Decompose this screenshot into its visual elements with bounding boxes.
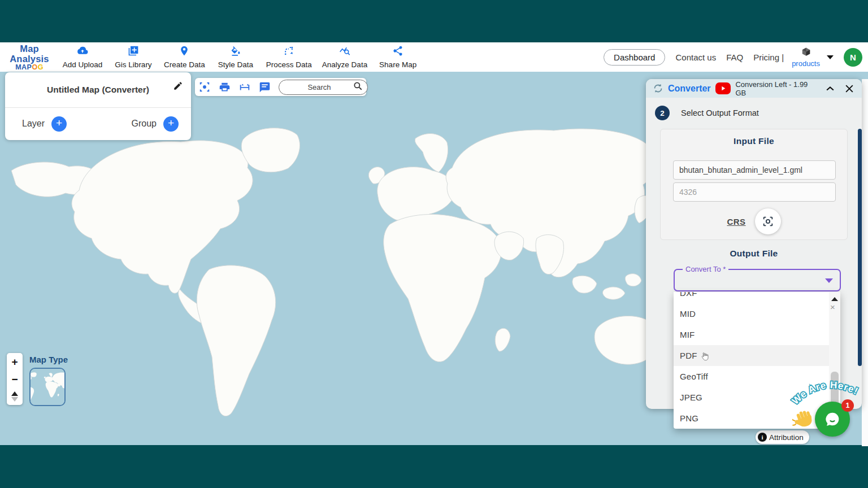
top-navbar: Map Analysis MAPOG Add Upload Gis Librar…: [0, 42, 868, 72]
input-file-card: Input File CRS: [660, 129, 848, 240]
crs-link[interactable]: CRS: [727, 217, 745, 226]
edit-title-button[interactable]: [173, 81, 183, 93]
products-label: products: [792, 59, 820, 68]
nav-item-label: Create Data: [164, 60, 205, 69]
faq-link[interactable]: FAQ: [726, 53, 743, 62]
chart-search-icon: [339, 45, 350, 59]
conversion-left-text: Conversion Left - 1.99 GB: [735, 80, 814, 97]
nav-item-label: Analyze Data: [322, 60, 367, 69]
panel-scrollbar-thumb[interactable]: [858, 129, 862, 366]
search-icon[interactable]: [353, 81, 363, 93]
zoom-controls: + −: [7, 353, 23, 405]
map-title-row: Untitled Map (Converter): [5, 72, 191, 108]
comment-icon[interactable]: [259, 80, 271, 94]
brand-title: Map Analysis: [0, 43, 59, 64]
layer-group-row: Layer + Group +: [5, 108, 191, 140]
map-type-label: Map Type: [29, 355, 68, 364]
map-search[interactable]: [279, 80, 368, 95]
option-mid[interactable]: MID: [674, 303, 829, 324]
map-toolbar: [195, 78, 366, 96]
input-crs-field[interactable]: [673, 182, 836, 202]
measure-icon[interactable]: [238, 80, 251, 94]
nav-item-style-data[interactable]: Style Data: [215, 45, 256, 69]
step-row: 2 Select Output Format: [646, 98, 862, 120]
add-layer-button[interactable]: +: [51, 116, 67, 132]
brand-subtitle: MAPOG: [0, 64, 59, 72]
user-avatar[interactable]: N: [844, 48, 862, 67]
zoom-in-button[interactable]: +: [11, 356, 18, 367]
share-icon: [392, 45, 403, 59]
panel-right-gutter: [862, 79, 868, 446]
nav-item-add-upload[interactable]: Add Upload: [62, 45, 103, 69]
map-type-thumbnail[interactable]: [29, 368, 66, 406]
layers-panel: Untitled Map (Converter) Layer + Group +: [5, 72, 191, 140]
chat-unread-badge[interactable]: 1: [841, 399, 854, 412]
attribution-button[interactable]: i Attribution: [756, 430, 809, 444]
center-focus-icon[interactable]: [198, 80, 211, 94]
cube-icon: [801, 47, 811, 60]
option-geotiff[interactable]: GeoTiff: [674, 366, 829, 387]
crs-picker-button[interactable]: [755, 208, 781, 234]
nav-item-label: Add Upload: [63, 60, 103, 69]
crs-row: CRS: [661, 208, 847, 234]
brand-logo[interactable]: Map Analysis MAPOG: [0, 42, 59, 72]
convert-to-select[interactable]: Convert To *: [674, 269, 841, 291]
products-menu[interactable]: products: [792, 47, 820, 68]
pricing-link[interactable]: Pricing |: [753, 53, 784, 62]
converter-title: Converter: [668, 84, 711, 94]
library-add-icon: [128, 45, 139, 59]
chevron-down-icon[interactable]: [827, 55, 834, 59]
tilt-control[interactable]: [11, 391, 18, 402]
step-number-badge: 2: [655, 106, 670, 120]
input-file-title: Input File: [661, 136, 847, 146]
search-input[interactable]: [286, 83, 353, 91]
map-pin-icon: [179, 45, 190, 59]
paint-drop-icon: [230, 45, 241, 59]
nav-item-label: Gis Library: [115, 60, 151, 69]
step-label: Select Output Format: [681, 108, 759, 117]
nav-item-label: Share Map: [379, 60, 416, 69]
nav-item-create-data[interactable]: Create Data: [164, 45, 205, 69]
info-icon: i: [758, 433, 767, 442]
nav-item-label: Process Data: [266, 60, 312, 69]
nav-item-label: Style Data: [218, 60, 253, 69]
add-group-button[interactable]: +: [163, 116, 179, 132]
converter-header: Converter Conversion Left - 1.99 GB: [646, 79, 862, 98]
collapse-panel-icon[interactable]: [824, 83, 836, 94]
main-menu: Add Upload Gis Library Create Data Style…: [62, 45, 418, 69]
attribution-label: Attribution: [769, 433, 804, 442]
input-filename-field[interactable]: [673, 160, 836, 180]
select-dropdown-arrow-icon: [825, 278, 833, 283]
option-jpeg[interactable]: JPEG: [674, 387, 829, 408]
youtube-icon[interactable]: [715, 82, 731, 94]
option-dxf[interactable]: DXF: [674, 292, 829, 303]
scroll-up-icon[interactable]: [831, 297, 838, 301]
nav-item-process-data[interactable]: Process Data: [266, 45, 312, 69]
clear-icon[interactable]: ×: [830, 302, 835, 312]
nav-item-analyze-data[interactable]: Analyze Data: [322, 45, 367, 69]
nav-item-share-map[interactable]: Share Map: [377, 45, 418, 69]
dashboard-button[interactable]: Dashboard: [604, 49, 665, 66]
option-mif[interactable]: MIF: [674, 324, 829, 345]
cloud-upload-icon: [77, 45, 88, 59]
group-label: Group: [132, 119, 157, 129]
sync-icon: [653, 83, 663, 94]
nav-item-gis-library[interactable]: Gis Library: [113, 45, 154, 69]
close-panel-icon[interactable]: [844, 83, 855, 94]
hand-cursor-icon: [699, 351, 710, 364]
zoom-out-button[interactable]: −: [11, 374, 18, 385]
convert-to-label: Convert To *: [683, 265, 728, 273]
output-file-title: Output File: [646, 249, 862, 259]
nav-right-section: Dashboard Contact us FAQ Pricing | produ…: [604, 47, 868, 68]
map-title: Untitled Map (Converter): [47, 85, 149, 95]
layer-label: Layer: [22, 119, 45, 129]
route-icon: [283, 45, 294, 59]
contact-us-link[interactable]: Contact us: [675, 53, 716, 62]
option-png[interactable]: PNG: [674, 408, 829, 429]
print-icon[interactable]: [219, 80, 231, 94]
option-pdf[interactable]: PDF: [674, 345, 829, 366]
